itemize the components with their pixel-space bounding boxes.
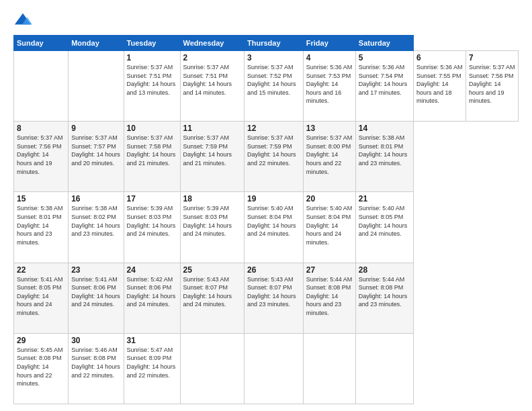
calendar-cell: 20 Sunrise: 5:40 AMSunset: 8:04 PMDaylig… [303, 192, 355, 263]
calendar-cell: 23 Sunrise: 5:41 AMSunset: 8:06 PMDaylig… [69, 263, 124, 333]
day-info: Sunrise: 5:40 AMSunset: 8:04 PMDaylight:… [306, 205, 353, 245]
day-number: 7 [469, 53, 515, 62]
calendar-cell: 8 Sunrise: 5:37 AMSunset: 7:56 PMDayligh… [14, 122, 69, 192]
day-number: 17 [127, 194, 177, 203]
calendar-cell [180, 333, 244, 404]
day-number: 15 [17, 194, 65, 203]
calendar-cell: 7 Sunrise: 5:37 AMSunset: 7:56 PMDayligh… [466, 51, 518, 122]
calendar-cell [14, 51, 69, 122]
calendar-week-5: 29 Sunrise: 5:45 AMSunset: 8:08 PMDaylig… [14, 333, 519, 404]
day-info: Sunrise: 5:44 AMSunset: 8:08 PMDaylight:… [359, 276, 408, 308]
day-number: 30 [71, 336, 120, 345]
calendar-cell [69, 51, 124, 122]
calendar-cell: 27 Sunrise: 5:44 AMSunset: 8:08 PMDaylig… [303, 263, 355, 333]
day-number: 24 [127, 265, 177, 275]
calendar-cell: 17 Sunrise: 5:39 AMSunset: 8:03 PMDaylig… [124, 192, 180, 263]
day-info: Sunrise: 5:41 AMSunset: 8:06 PMDaylight:… [71, 276, 120, 308]
day-info: Sunrise: 5:37 AMSunset: 7:56 PMDaylight:… [17, 134, 63, 175]
day-number: 1 [127, 53, 177, 62]
calendar-cell [355, 333, 413, 404]
calendar-cell: 16 Sunrise: 5:38 AMSunset: 8:02 PMDaylig… [69, 192, 124, 263]
day-number: 25 [183, 265, 241, 275]
calendar-header-wednesday: Wednesday [180, 36, 244, 51]
day-number: 2 [183, 53, 241, 62]
calendar-cell: 3 Sunrise: 5:37 AMSunset: 7:52 PMDayligh… [245, 51, 304, 122]
day-info: Sunrise: 5:47 AMSunset: 8:09 PMDaylight:… [127, 347, 176, 379]
day-info: Sunrise: 5:37 AMSunset: 7:58 PMDaylight:… [127, 134, 176, 167]
calendar-header-saturday: Saturday [355, 36, 413, 51]
day-info: Sunrise: 5:42 AMSunset: 8:06 PMDaylight:… [127, 276, 176, 308]
calendar-cell [245, 333, 304, 404]
calendar-cell: 1 Sunrise: 5:37 AMSunset: 7:51 PMDayligh… [124, 51, 180, 122]
calendar-cell: 14 Sunrise: 5:38 AMSunset: 8:01 PMDaylig… [355, 122, 413, 192]
day-number: 27 [306, 265, 353, 275]
day-info: Sunrise: 5:40 AMSunset: 8:04 PMDaylight:… [247, 205, 296, 237]
day-number: 29 [17, 336, 65, 345]
day-number: 12 [247, 124, 300, 133]
day-info: Sunrise: 5:39 AMSunset: 8:03 PMDaylight:… [127, 205, 176, 237]
calendar-cell: 10 Sunrise: 5:37 AMSunset: 7:58 PMDaylig… [124, 122, 180, 192]
day-number: 8 [17, 124, 65, 133]
day-number: 14 [359, 124, 410, 133]
day-info: Sunrise: 5:37 AMSunset: 8:00 PMDaylight:… [306, 134, 353, 175]
calendar-week-1: 1 Sunrise: 5:37 AMSunset: 7:51 PMDayligh… [14, 51, 519, 122]
day-number: 9 [71, 124, 120, 133]
day-number: 31 [127, 336, 177, 345]
day-info: Sunrise: 5:38 AMSunset: 8:01 PMDaylight:… [359, 134, 408, 167]
day-number: 20 [306, 194, 353, 203]
calendar: SundayMondayTuesdayWednesdayThursdayFrid… [13, 35, 519, 404]
calendar-header-friday: Friday [303, 36, 355, 51]
calendar-cell: 28 Sunrise: 5:44 AMSunset: 8:08 PMDaylig… [355, 263, 413, 333]
calendar-header-tuesday: Tuesday [124, 36, 180, 51]
calendar-cell: 21 Sunrise: 5:40 AMSunset: 8:05 PMDaylig… [355, 192, 413, 263]
day-number: 10 [127, 124, 177, 133]
day-number: 13 [306, 124, 353, 133]
day-number: 28 [359, 265, 410, 275]
day-info: Sunrise: 5:37 AMSunset: 7:56 PMDaylight:… [469, 64, 515, 104]
calendar-header-sunday: Sunday [14, 36, 69, 51]
day-info: Sunrise: 5:36 AMSunset: 7:55 PMDaylight:… [416, 64, 463, 104]
day-info: Sunrise: 5:44 AMSunset: 8:08 PMDaylight:… [306, 276, 353, 316]
calendar-cell: 31 Sunrise: 5:47 AMSunset: 8:09 PMDaylig… [124, 333, 180, 404]
day-info: Sunrise: 5:37 AMSunset: 7:59 PMDaylight:… [247, 134, 296, 167]
logo-icon [13, 11, 32, 30]
day-number: 26 [247, 265, 300, 275]
day-info: Sunrise: 5:43 AMSunset: 8:07 PMDaylight:… [183, 276, 232, 308]
header [13, 11, 519, 30]
day-number: 23 [71, 265, 120, 275]
calendar-cell: 6 Sunrise: 5:36 AMSunset: 7:55 PMDayligh… [413, 51, 466, 122]
calendar-cell: 13 Sunrise: 5:37 AMSunset: 8:00 PMDaylig… [303, 122, 355, 192]
calendar-cell: 22 Sunrise: 5:41 AMSunset: 8:05 PMDaylig… [14, 263, 69, 333]
calendar-cell: 15 Sunrise: 5:38 AMSunset: 8:01 PMDaylig… [14, 192, 69, 263]
calendar-week-3: 15 Sunrise: 5:38 AMSunset: 8:01 PMDaylig… [14, 192, 519, 263]
calendar-week-2: 8 Sunrise: 5:37 AMSunset: 7:56 PMDayligh… [14, 122, 519, 192]
day-number: 6 [416, 53, 463, 62]
calendar-header-monday: Monday [69, 36, 124, 51]
calendar-week-4: 22 Sunrise: 5:41 AMSunset: 8:05 PMDaylig… [14, 263, 519, 333]
calendar-header-row: SundayMondayTuesdayWednesdayThursdayFrid… [14, 36, 519, 51]
day-info: Sunrise: 5:37 AMSunset: 7:57 PMDaylight:… [71, 134, 120, 167]
day-info: Sunrise: 5:37 AMSunset: 7:59 PMDaylight:… [183, 134, 232, 167]
day-number: 3 [247, 53, 300, 62]
calendar-cell: 30 Sunrise: 5:46 AMSunset: 8:08 PMDaylig… [69, 333, 124, 404]
calendar-cell: 11 Sunrise: 5:37 AMSunset: 7:59 PMDaylig… [180, 122, 244, 192]
calendar-cell: 5 Sunrise: 5:36 AMSunset: 7:54 PMDayligh… [355, 51, 413, 122]
day-number: 18 [183, 194, 241, 203]
day-info: Sunrise: 5:45 AMSunset: 8:08 PMDaylight:… [17, 347, 63, 387]
day-info: Sunrise: 5:37 AMSunset: 7:51 PMDaylight:… [183, 64, 232, 96]
day-info: Sunrise: 5:37 AMSunset: 7:52 PMDaylight:… [247, 64, 296, 96]
day-number: 4 [306, 53, 353, 62]
day-info: Sunrise: 5:46 AMSunset: 8:08 PMDaylight:… [71, 347, 120, 379]
calendar-cell: 25 Sunrise: 5:43 AMSunset: 8:07 PMDaylig… [180, 263, 244, 333]
page: SundayMondayTuesdayWednesdayThursdayFrid… [0, 0, 532, 411]
calendar-header-thursday: Thursday [245, 36, 304, 51]
calendar-cell: 29 Sunrise: 5:45 AMSunset: 8:08 PMDaylig… [14, 333, 69, 404]
calendar-cell: 24 Sunrise: 5:42 AMSunset: 8:06 PMDaylig… [124, 263, 180, 333]
day-info: Sunrise: 5:37 AMSunset: 7:51 PMDaylight:… [127, 64, 176, 96]
calendar-cell: 26 Sunrise: 5:43 AMSunset: 8:07 PMDaylig… [245, 263, 304, 333]
day-info: Sunrise: 5:36 AMSunset: 7:53 PMDaylight:… [306, 64, 353, 104]
calendar-cell: 19 Sunrise: 5:40 AMSunset: 8:04 PMDaylig… [245, 192, 304, 263]
day-number: 21 [359, 194, 410, 203]
calendar-cell: 4 Sunrise: 5:36 AMSunset: 7:53 PMDayligh… [303, 51, 355, 122]
calendar-cell: 9 Sunrise: 5:37 AMSunset: 7:57 PMDayligh… [69, 122, 124, 192]
